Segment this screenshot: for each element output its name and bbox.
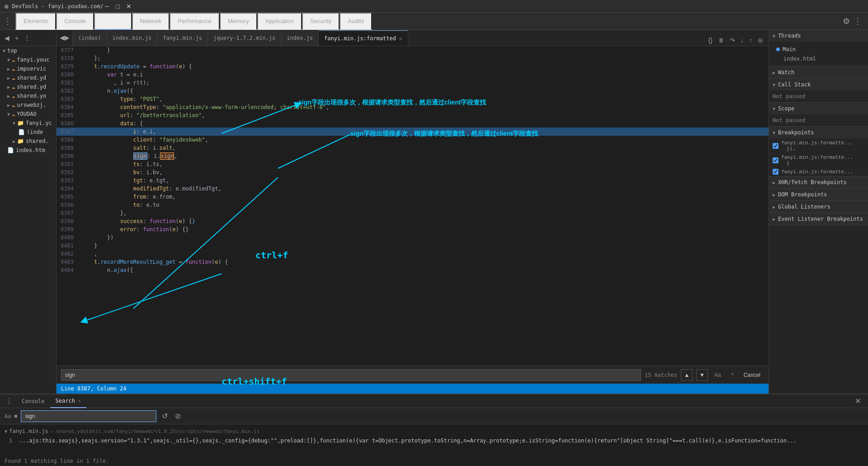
- match-case-dot: [14, 415, 17, 418]
- line-content: var t = e.i: [79, 71, 769, 79]
- restore-button[interactable]: □: [114, 3, 122, 10]
- close-bottom-panel-button[interactable]: ✕: [851, 397, 864, 405]
- call-stack-header[interactable]: ▼ Call Stack: [769, 79, 868, 90]
- search-result-item-1[interactable]: 1 ...ajs:this.seajs},seajs.version="1.3.…: [0, 436, 868, 445]
- file-tree-item-index-html[interactable]: 📄 index.htm: [0, 146, 56, 155]
- search-prev-button[interactable]: ▲: [681, 369, 693, 381]
- match-case-button[interactable]: Aa: [712, 369, 724, 381]
- file-tree-item-youdao[interactable]: ▼ ☁ YOUDAO: [0, 109, 56, 119]
- file-tree-item-shared-yo[interactable]: ▶ ☁ shared.yo: [0, 91, 56, 100]
- bp-sub-1: }),: [781, 146, 853, 152]
- step-out-button[interactable]: ↑: [747, 35, 754, 46]
- collapse-sidebar-button[interactable]: ◀: [3, 33, 11, 43]
- line-content: t.recordMoreResultLog_get = function(e) …: [79, 258, 769, 266]
- source-tab-index[interactable]: (index): [73, 30, 107, 46]
- file-tree-item-urswebzj[interactable]: ▶ ☁ urswebzj.: [0, 100, 56, 109]
- item-label: shared.yo: [17, 93, 46, 99]
- call-stack-arrow-icon: ▼: [773, 82, 775, 87]
- file-tree-item-fanyi-youc[interactable]: ▼ ☁ fanyi.youc: [0, 55, 56, 64]
- tab-sources[interactable]: Sources: [94, 13, 132, 30]
- file-tree-item-index[interactable]: 📄 (inde: [0, 128, 56, 137]
- global-listeners-label: Global Listeners: [778, 204, 830, 210]
- source-tab-fanyi-formatted[interactable]: fanyi.min.js:formatted ✕: [319, 30, 408, 46]
- file-tree-item-shared-yd2[interactable]: ▶ ☁ shared.yd: [0, 82, 56, 91]
- bottom-tab-console[interactable]: Console: [16, 395, 50, 408]
- source-tab-jquery[interactable]: jquery-1.7.2.min.js: [208, 30, 281, 46]
- bottom-tab-search[interactable]: Search ✕: [50, 395, 87, 408]
- more-tools-button[interactable]: ⋮: [852, 14, 863, 28]
- source-tab-index-js[interactable]: index.js: [281, 30, 319, 46]
- tab-memory[interactable]: Memory: [220, 13, 257, 30]
- search-bottom-input[interactable]: [21, 410, 156, 422]
- code-line-8390: 8390 sign: i.sign,: [57, 152, 769, 160]
- folder-icon: ☁: [12, 93, 15, 99]
- line-number: 8378: [57, 54, 79, 62]
- tab-application[interactable]: Application: [257, 13, 302, 30]
- line-content: , i = r(t);: [79, 79, 769, 87]
- code-line-8392: 8392 bv: i.bv,: [57, 168, 769, 176]
- file-tree-item-shared2[interactable]: ▶ 📁 shared.: [0, 137, 56, 146]
- thread-main: Main: [773, 44, 864, 54]
- tab-console[interactable]: Console: [56, 13, 94, 30]
- scope-header[interactable]: ▼ Scope: [769, 103, 868, 114]
- search-result-file[interactable]: ▼ fanyi.min.js — shared.ydstatic.com/fan…: [0, 426, 868, 436]
- bottom-more-button[interactable]: ⋮: [4, 395, 14, 407]
- item-label: index.htm: [16, 147, 45, 153]
- file-tree-root[interactable]: ▼ top: [0, 46, 56, 55]
- source-tab-index-min-js[interactable]: index.min.js: [107, 30, 158, 46]
- tab-elements[interactable]: Elements: [15, 13, 56, 30]
- tab-security[interactable]: Security: [302, 13, 340, 30]
- close-tab-icon[interactable]: ✕: [399, 35, 402, 42]
- bp-checkbox-2[interactable]: [773, 157, 778, 163]
- threads-header[interactable]: ▼ Threads: [769, 30, 868, 42]
- step-over-button[interactable]: ↷: [728, 35, 737, 46]
- show-navigator-button[interactable]: ◀▶: [58, 32, 71, 43]
- file-tree-item-impservic[interactable]: ▶ ☁ impservic: [0, 64, 56, 73]
- line-number: 8393: [57, 176, 79, 185]
- tab-network[interactable]: Network: [132, 13, 170, 30]
- dom-bp-section: ▶ DOM Breakpoints: [769, 189, 868, 201]
- code-line-8401: 8401 }: [57, 242, 769, 250]
- close-button[interactable]: ✕: [125, 3, 132, 10]
- new-file-button[interactable]: +: [13, 33, 20, 43]
- pretty-print-button[interactable]: {}: [707, 35, 714, 46]
- source-tabs: ◀▶ (index) index.min.js fanyi.min.js jqu…: [57, 30, 769, 46]
- code-line-8386: 8386 data: {: [57, 119, 769, 128]
- close-search-tab-icon[interactable]: ✕: [78, 398, 81, 404]
- search-cancel-button[interactable]: Cancel: [740, 369, 764, 381]
- step-into-button[interactable]: ↓: [739, 35, 745, 46]
- regex-button[interactable]: .*: [727, 369, 736, 381]
- customize-button[interactable]: ⋮: [0, 16, 15, 26]
- dom-bp-header[interactable]: ▶ DOM Breakpoints: [769, 189, 868, 200]
- clear-search-button[interactable]: ⊘: [173, 411, 183, 421]
- file-tree-item-shared-yd1[interactable]: ▶ ☁ shared.yd: [0, 73, 56, 82]
- minimize-button[interactable]: ─: [104, 3, 111, 10]
- call-stack-section: ▼ Call Stack Not paused: [769, 79, 868, 103]
- breakpoints-header[interactable]: ▼ Breakpoints: [769, 127, 868, 138]
- item-label: (inde: [27, 129, 43, 135]
- code-line-8384: 8384 contentType: "application/x-www-for…: [57, 103, 769, 111]
- code-line-8377: 8377 }: [57, 46, 769, 54]
- code-search-input[interactable]: [61, 369, 641, 381]
- settings-button[interactable]: ⚙: [841, 14, 852, 28]
- bp-checkbox-3[interactable]: [773, 169, 778, 175]
- root-arrow-icon: ▼: [3, 48, 5, 53]
- xhr-fetch-section: ▶ XHR/fetch Breakpoints: [769, 176, 868, 189]
- search-next-button[interactable]: ▼: [696, 369, 708, 381]
- file-tree-more-button[interactable]: ⋮: [22, 33, 32, 43]
- tab-audits[interactable]: Audits: [340, 13, 372, 30]
- file-tree-item-fanyi-yc[interactable]: ▼ 📁 fanyi.yc: [0, 119, 56, 128]
- pause-button[interactable]: ⏸: [716, 35, 726, 46]
- line-number: 8397: [57, 209, 79, 217]
- source-tab-fanyi-min-js[interactable]: fanyi.min.js: [157, 30, 208, 46]
- global-listeners-header[interactable]: ▶ Global Listeners: [769, 201, 868, 213]
- xhr-fetch-header[interactable]: ▶ XHR/fetch Breakpoints: [769, 176, 868, 188]
- bp-checkbox-1[interactable]: [773, 143, 778, 149]
- refresh-search-button[interactable]: ↺: [160, 411, 170, 421]
- deactivate-button[interactable]: ⊝: [756, 35, 765, 46]
- tab-performance[interactable]: Performance: [170, 13, 219, 30]
- event-listener-header[interactable]: ▶ Event Listener Breakpoints: [769, 213, 868, 225]
- code-editor[interactable]: 8377 } 8378 }; 8379 t.recordUpdate = fun…: [57, 46, 769, 366]
- watch-header[interactable]: ▶ Watch: [769, 67, 868, 78]
- code-line-8396: 8396 to: e.to: [57, 201, 769, 209]
